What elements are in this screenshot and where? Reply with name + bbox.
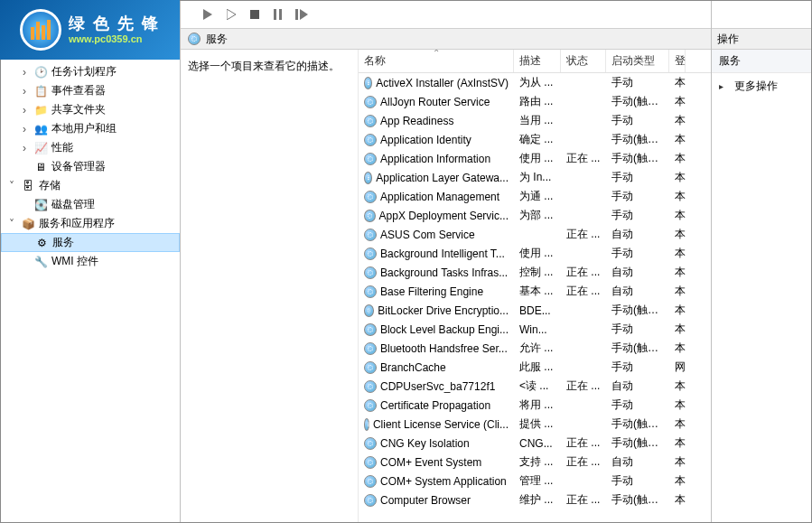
tree-item-7[interactable]: 💽磁盘管理 xyxy=(1,195,180,214)
play-button[interactable] xyxy=(224,7,238,22)
services-panel: 服务 选择一个项目来查看它的描述。 名称 描述 状态 启动类型 登 Active… xyxy=(181,1,712,522)
tree-item-9[interactable]: ⚙服务 xyxy=(1,233,180,252)
storage-icon: 🗄 xyxy=(21,179,35,193)
tree-item-2[interactable]: ›📁共享文件夹 xyxy=(1,100,180,119)
service-desc: Win... xyxy=(514,323,561,336)
chevron-icon: › xyxy=(19,104,30,117)
gear-icon xyxy=(364,494,377,507)
service-desc: BDE... xyxy=(514,304,561,317)
tree-item-1[interactable]: ›📋事件查看器 xyxy=(1,81,180,100)
service-row[interactable]: Background Tasks Infras...控制 ...正在 ...自动… xyxy=(359,263,711,282)
service-name: Application Identity xyxy=(380,134,471,146)
service-row[interactable]: AppX Deployment Servic...为部 ...手动本 xyxy=(359,206,711,225)
column-desc[interactable]: 描述 xyxy=(514,50,561,72)
tree-item-label: 磁盘管理 xyxy=(51,197,95,212)
service-row[interactable]: Client License Service (Cli...提供 ...手动(触… xyxy=(359,415,711,434)
more-actions-item[interactable]: 更多操作 xyxy=(712,73,811,99)
service-start: 手动 xyxy=(606,473,669,489)
service-row[interactable]: COM+ Event System支持 ...正在 ...自动本 xyxy=(359,453,711,472)
navigation-tree[interactable]: ›🕑任务计划程序›📋事件查看器›📁共享文件夹›👥本地用户和组›📈性能🖥设备管理器… xyxy=(1,1,181,522)
restart-button[interactable] xyxy=(294,7,309,22)
tree-item-3[interactable]: ›👥本地用户和组 xyxy=(1,119,180,138)
service-start: 手动(触发 ... xyxy=(606,416,669,432)
service-start: 手动(触发 ... xyxy=(606,151,669,166)
service-status: 正在 ... xyxy=(561,492,606,508)
service-row[interactable]: App Readiness当用 ...手动本 xyxy=(359,111,711,130)
service-row[interactable]: Application Information使用 ...正在 ...手动(触发… xyxy=(359,149,711,168)
service-logon: 网 xyxy=(669,360,686,375)
column-start[interactable]: 启动类型 xyxy=(606,50,669,72)
service-row[interactable]: CNG Key IsolationCNG...正在 ...手动(触发 ...本 xyxy=(359,434,711,453)
service-start: 手动(触发 ... xyxy=(606,94,669,109)
service-name: Application Information xyxy=(380,153,490,165)
service-name: BitLocker Drive Encryptio... xyxy=(378,304,509,317)
service-row[interactable]: Computer Browser维护 ...正在 ...手动(触发 ...本 xyxy=(359,490,711,509)
stop-button[interactable] xyxy=(247,7,262,22)
service-start: 自动 xyxy=(606,265,669,280)
service-row[interactable]: Application Layer Gatewa...为 In...手动本 xyxy=(359,168,711,187)
gear-icon xyxy=(364,285,377,298)
service-logon: 本 xyxy=(669,378,686,394)
gear-icon xyxy=(364,361,377,374)
gear-icon xyxy=(364,210,376,222)
tree-item-8[interactable]: ˅📦服务和应用程序 xyxy=(1,214,180,233)
gear-icon xyxy=(364,342,377,355)
service-row[interactable]: ActiveX Installer (AxInstSV)为从 ...手动本 xyxy=(359,73,711,92)
gear-icon xyxy=(364,96,377,108)
service-row[interactable]: Bluetooth Handsfree Ser...允许 ...手动(触发 ..… xyxy=(359,339,711,358)
tree-item-label: 共享文件夹 xyxy=(51,102,106,117)
pause-button[interactable] xyxy=(271,7,285,22)
service-logon: 本 xyxy=(669,132,686,147)
tree-item-0[interactable]: ›🕑任务计划程序 xyxy=(1,62,180,81)
service-logon: 本 xyxy=(669,473,686,489)
service-desc: 基本 ... xyxy=(514,284,561,299)
service-desc: 路由 ... xyxy=(514,94,561,109)
service-logon: 本 xyxy=(669,113,686,128)
description-column: 选择一个项目来查看它的描述。 xyxy=(181,50,359,522)
column-logon[interactable]: 登 xyxy=(669,50,686,72)
list-body[interactable]: ActiveX Installer (AxInstSV)为从 ...手动本All… xyxy=(359,73,711,522)
service-name: Background Tasks Infras... xyxy=(380,266,508,279)
gear-icon xyxy=(364,456,377,469)
tree-item-10[interactable]: 🔧WMI 控件 xyxy=(1,252,180,271)
service-name: App Readiness xyxy=(380,115,453,127)
service-row[interactable]: Base Filtering Engine基本 ...正在 ...自动本 xyxy=(359,282,711,301)
service-row[interactable]: AllJoyn Router Service路由 ...手动(触发 ...本 xyxy=(359,92,711,111)
tree-item-4[interactable]: ›📈性能 xyxy=(1,138,180,157)
service-status: 正在 ... xyxy=(561,454,606,470)
gear-icon xyxy=(364,153,377,165)
service-desc: 维护 ... xyxy=(514,492,561,508)
service-row[interactable]: ASUS Com Service正在 ...自动本 xyxy=(359,225,711,244)
service-row[interactable]: BranchCache此服 ...手动网 xyxy=(359,358,711,377)
service-row[interactable]: Application Management为通 ...手动本 xyxy=(359,187,711,206)
service-logon: 本 xyxy=(669,151,686,166)
panel-title: 服务 xyxy=(206,32,228,47)
service-start: 自动 xyxy=(606,454,669,470)
service-row[interactable]: Block Level Backup Engi...Win...手动本 xyxy=(359,320,711,339)
service-row[interactable]: Certificate Propagation将用 ...手动本 xyxy=(359,396,711,415)
service-logon: 本 xyxy=(669,284,686,299)
service-row[interactable]: Application Identity确定 ...手动(触发 ...本 xyxy=(359,130,711,149)
service-logon: 本 xyxy=(669,208,686,223)
svg-rect-4 xyxy=(279,9,282,20)
service-name: Client License Service (Cli... xyxy=(373,418,509,431)
column-status[interactable]: 状态 xyxy=(561,50,606,72)
service-row[interactable]: Background Intelligent T...使用 ...手动本 xyxy=(359,244,711,263)
service-name: BranchCache xyxy=(380,361,446,374)
svg-rect-3 xyxy=(274,9,276,20)
service-logon: 本 xyxy=(669,75,686,90)
column-name[interactable]: 名称 xyxy=(359,50,514,72)
tree-item-6[interactable]: ˅🗄存储 xyxy=(1,176,180,195)
service-row[interactable]: COM+ System Application管理 ...手动本 xyxy=(359,472,711,490)
start-button[interactable] xyxy=(201,7,215,22)
actions-group-header: 服务 xyxy=(712,50,811,73)
service-row[interactable]: BitLocker Drive Encryptio...BDE...手动(触发 … xyxy=(359,301,711,320)
tree-item-5[interactable]: 🖥设备管理器 xyxy=(1,157,180,176)
service-status: 正在 ... xyxy=(561,227,606,242)
tree-item-label: 本地用户和组 xyxy=(51,121,117,136)
gear-icon xyxy=(364,418,369,431)
tree-item-label: 存储 xyxy=(39,178,61,193)
svg-rect-5 xyxy=(295,9,298,20)
service-row[interactable]: CDPUserSvc_ba7712f1<读 ...正在 ...自动本 xyxy=(359,377,711,396)
service-start: 自动 xyxy=(606,378,669,394)
